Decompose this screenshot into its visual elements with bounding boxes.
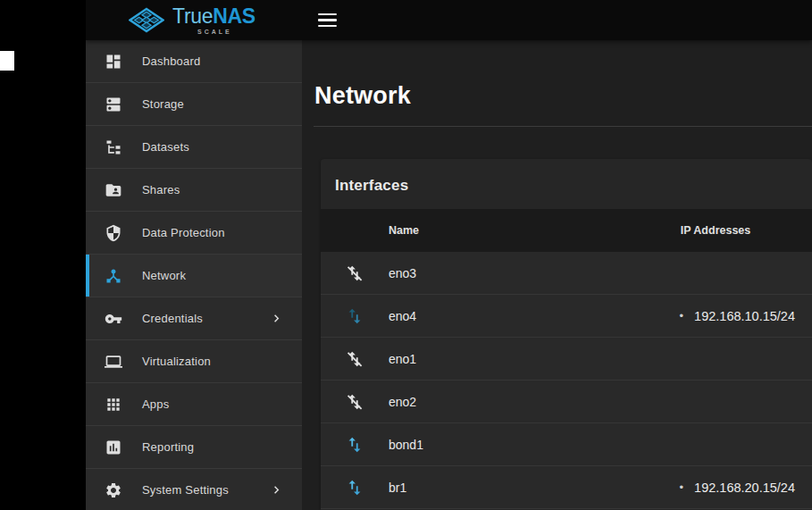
chevron-right-icon [269,482,284,497]
ip-bullet: • [680,481,684,494]
sidebar-item-label: Network [142,269,186,282]
gear-icon [105,481,122,499]
key-icon [105,310,122,328]
interface-name: eno4 [389,309,589,323]
table-header: Name IP Addresses [321,209,812,252]
sidebar-item-label: Dashboard [142,54,200,68]
sidebar-item-storage[interactable]: Storage [86,83,302,126]
network-icon [105,267,122,285]
interface-ip-cell: •192.168.10.15/24 [589,309,812,323]
sidebar-item-data-protection[interactable]: Data Protection [86,212,302,255]
main-content: Network Interfaces Name IP Addresses eno… [302,40,812,510]
page-title: Network [302,40,812,109]
link-down-icon [345,263,364,283]
truenas-logo[interactable]: TrueNAS SCALE [129,6,255,35]
sidebar-item-shares[interactable]: Shares [86,169,302,212]
chevron-right-icon [269,311,284,326]
table-row[interactable]: eno1 [321,338,812,380]
report-icon [105,439,122,456]
sidebar-item-label: Datasets [142,140,189,154]
ip-address: 192.168.10.15/24 [694,309,795,323]
ip-address: 192.168.20.15/24 [694,481,795,495]
link-up-icon [345,306,364,326]
interface-ip-cell: •192.168.20.15/24 [589,481,812,495]
storage-icon [105,96,122,113]
sidebar-item-virtualization[interactable]: Virtualization [86,340,302,383]
link-down-icon [345,392,364,412]
sidebar-item-label: Credentials [142,312,203,325]
sidebar-item-label: System Settings [142,483,229,497]
sidebar-item-datasets[interactable]: Datasets [86,126,302,169]
logo-nas-text: NAS [213,4,255,28]
table-row[interactable]: br1 •192.168.20.15/24 [321,466,812,509]
top-bar: TrueNAS SCALE [86,0,812,40]
sidebar-toggle-button[interactable] [318,7,348,34]
title-divider [314,126,812,127]
interface-name: eno2 [389,395,589,409]
interface-name: eno3 [389,266,589,280]
ip-bullet: • [680,309,684,322]
sidebar-item-network[interactable]: Network [86,255,302,297]
sidebar-nav: Dashboard Storage Datasets Shares Data P… [86,40,302,510]
shares-icon [105,181,122,199]
dashboard-icon [105,53,122,71]
table-row[interactable]: eno2 [321,380,812,423]
sidebar-item-system-settings[interactable]: System Settings [86,469,302,510]
link-up-icon [345,435,364,455]
logo-true-text: True [172,4,213,28]
laptop-icon [105,353,122,371]
sidebar-item-label: Data Protection [142,226,225,239]
sidebar-item-dashboard[interactable]: Dashboard [86,40,302,83]
sidebar-item-label: Virtualization [142,355,211,368]
truenas-app-window: TrueNAS SCALE Dashboard Storage Datasets… [86,0,812,510]
truenas-logo-text: TrueNAS SCALE [172,6,255,35]
table-row[interactable]: eno3 [321,252,812,295]
sidebar-item-label: Storage [142,97,184,111]
interface-name: eno1 [389,352,589,366]
name-column-header: Name [389,224,589,237]
sidebar-item-label: Shares [142,183,180,196]
apps-icon [105,396,122,414]
interfaces-table-body: eno3 eno4 •192.168.10.15/24 eno1 eno2 bo… [321,252,812,509]
sidebar-item-reporting[interactable]: Reporting [86,426,302,469]
link-up-icon [345,478,364,497]
link-down-icon [345,349,364,369]
interfaces-card-title: Interfaces [321,159,812,209]
sidebar-item-label: Reporting [142,440,194,454]
desktop-artifact [0,51,14,71]
interfaces-card: Interfaces Name IP Addresses eno3 eno4 •… [321,159,812,510]
interface-name: br1 [389,481,589,495]
truenas-logo-icon [129,7,164,33]
logo-scale-label: SCALE [197,29,255,35]
sidebar-item-label: Apps [142,397,169,411]
shield-icon [105,224,122,242]
sidebar-item-credentials[interactable]: Credentials [86,297,302,340]
sidebar-item-apps[interactable]: Apps [86,383,302,426]
datasets-icon [105,138,122,156]
menu-icon [318,13,337,16]
ip-addresses-column-header: IP Addresses [589,224,812,237]
interface-name: bond1 [389,438,589,452]
desktop-background [0,0,86,510]
table-row[interactable]: eno4 •192.168.10.15/24 [321,295,812,338]
table-row[interactable]: bond1 [321,423,812,466]
